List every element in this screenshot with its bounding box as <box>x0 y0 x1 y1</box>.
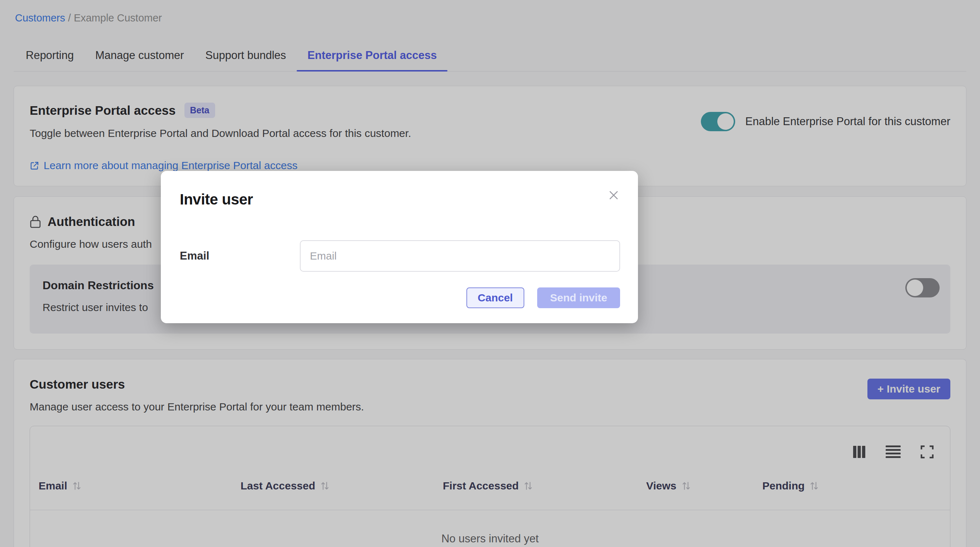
close-icon[interactable] <box>608 190 619 201</box>
invite-user-modal: Invite user Email Cancel Send invite <box>161 171 638 323</box>
send-invite-button[interactable]: Send invite <box>537 287 620 308</box>
modal-title: Invite user <box>180 191 620 208</box>
email-field[interactable] <box>300 240 620 272</box>
modal-buttons: Cancel Send invite <box>180 287 620 308</box>
screen: Customers / Example Customer Reporting M… <box>0 0 980 547</box>
email-label: Email <box>180 250 300 262</box>
email-form-row: Email <box>180 240 620 272</box>
cancel-button[interactable]: Cancel <box>466 287 524 308</box>
